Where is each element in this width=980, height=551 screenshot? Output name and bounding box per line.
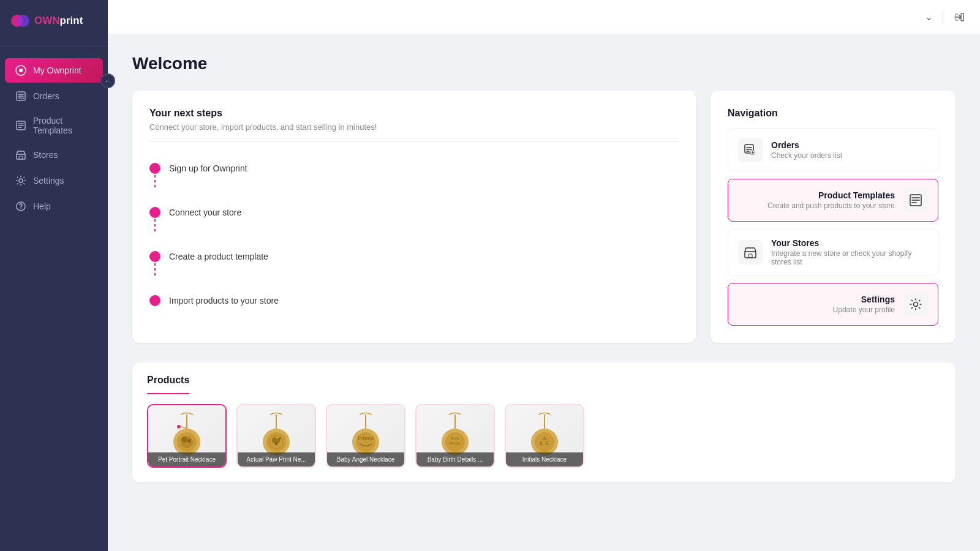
- product-name-4: Initials Necklace: [506, 452, 583, 467]
- orders-icon: [15, 90, 27, 102]
- svg-rect-33: [748, 254, 752, 258]
- product-templates-icon: [15, 119, 27, 132]
- sidebar-item-label: My Ownprint: [33, 66, 81, 75]
- nav-item-text: Settings Update your profile: [738, 294, 895, 314]
- sidebar-item-label: Orders: [33, 91, 59, 101]
- main-content: ⌄ Welcome Your next steps Connect your s…: [108, 0, 980, 551]
- svg-text:E: E: [546, 441, 549, 446]
- step-dot-wrap: [149, 295, 160, 306]
- nav-item-label: Product Templates: [738, 190, 895, 200]
- product-templates-nav-icon: [903, 188, 928, 212]
- nav-item-settings[interactable]: Settings Update your profile: [728, 283, 938, 326]
- svg-point-38: [181, 437, 187, 443]
- sidebar-item-my-ownprint[interactable]: My Ownprint: [5, 58, 103, 83]
- svg-point-19: [20, 208, 21, 209]
- sidebar-item-label: Help: [33, 201, 51, 211]
- logo-text: OWNprint: [34, 15, 83, 27]
- cards-row: Your next steps Connect your store, impo…: [132, 91, 956, 343]
- sidebar-item-label: Product Templates: [33, 116, 93, 135]
- sidebar: OWNprint ← My Ownprint: [0, 0, 108, 551]
- svg-point-45: [272, 437, 277, 443]
- page-title: Welcome: [132, 54, 956, 73]
- nav-item-orders[interactable]: Orders Check your orders list: [728, 129, 938, 171]
- svg-rect-20: [961, 13, 963, 21]
- nav-item-text: Your Stores Integrate a new store or che…: [771, 238, 928, 266]
- svg-text:K: K: [540, 441, 543, 446]
- nav-item-your-stores[interactable]: Your Stores Integrate a new store or che…: [728, 229, 938, 276]
- logout-icon[interactable]: [953, 11, 965, 23]
- topbar: ⌄: [108, 0, 980, 34]
- product-name-3: Baby Birth Details ...: [417, 452, 494, 467]
- nav-item-desc: Integrate a new store or check your shop…: [771, 249, 928, 266]
- svg-rect-32: [745, 252, 756, 258]
- sidebar-item-settings[interactable]: Settings: [5, 168, 103, 193]
- nav-item-product-templates[interactable]: Product Templates Create and push produc…: [728, 179, 938, 222]
- svg-point-1: [17, 15, 29, 27]
- step-item: Connect your store: [149, 198, 679, 242]
- product-name-1: Actual Paw Print Ne...: [238, 452, 315, 467]
- sidebar-item-orders[interactable]: Orders: [5, 84, 103, 108]
- product-name-0: Pet Portrait Necklace: [148, 452, 225, 467]
- step-label: Sign up for Ownprint: [169, 163, 247, 173]
- product-card-4[interactable]: A K E Initials Necklace: [505, 404, 584, 468]
- step-line: [154, 219, 156, 234]
- navigation-card-title: Navigation: [728, 108, 938, 119]
- step-label: Connect your store: [169, 207, 241, 217]
- product-card-2[interactable]: Emma Baby Angel Necklace: [326, 404, 405, 468]
- step-dot: [149, 295, 160, 306]
- svg-point-46: [276, 438, 280, 443]
- sidebar-item-product-templates[interactable]: Product Templates: [5, 110, 103, 141]
- step-dot-wrap: [149, 163, 160, 190]
- product-card-3[interactable]: Baby Details Baby Birth Details ...: [415, 404, 495, 468]
- next-steps-title: Your next steps: [149, 108, 679, 119]
- step-item: Create a product template: [149, 242, 679, 287]
- logo-icon: [10, 11, 29, 31]
- topbar-divider: [943, 11, 943, 23]
- nav-item-desc: Create and push products to your store: [738, 201, 895, 210]
- products-section: Products: [132, 362, 956, 482]
- nav-items: Orders Check your orders list Product Te…: [728, 129, 938, 326]
- svg-point-3: [19, 69, 23, 72]
- svg-rect-15: [17, 154, 25, 159]
- navigation-card: Navigation: [710, 91, 956, 343]
- svg-text:Details: Details: [450, 441, 461, 445]
- orders-nav-icon: [738, 138, 763, 162]
- sidebar-item-label: Stores: [33, 150, 58, 160]
- step-dot: [149, 251, 160, 262]
- svg-point-39: [187, 439, 191, 443]
- products-title: Products: [147, 375, 189, 394]
- svg-point-17: [19, 179, 23, 182]
- svg-point-49: [275, 443, 277, 445]
- page-content: Welcome Your next steps Connect your sto…: [108, 34, 980, 551]
- stores-nav-icon: [738, 240, 763, 264]
- stores-icon: [15, 149, 27, 161]
- step-label: Import products to your store: [169, 295, 279, 305]
- step-dot: [149, 207, 160, 218]
- sidebar-item-stores[interactable]: Stores: [5, 143, 103, 167]
- nav-item-desc: Check your orders list: [771, 151, 928, 160]
- step-dot-wrap: [149, 251, 160, 278]
- next-steps-card: Your next steps Connect your store, impo…: [132, 91, 696, 343]
- chevron-down-icon[interactable]: ⌄: [925, 11, 933, 23]
- step-label: Create a product template: [169, 251, 268, 261]
- sidebar-item-label: Settings: [33, 176, 64, 186]
- sidebar-nav: My Ownprint Orders: [0, 52, 108, 551]
- product-card-0[interactable]: Pet Portrait Necklace: [147, 404, 227, 468]
- steps-list: Sign up for Ownprint Connect your store: [149, 154, 679, 315]
- nav-item-label: Settings: [738, 294, 895, 304]
- svg-point-34: [914, 302, 918, 307]
- product-card-1[interactable]: Actual Paw Print Ne...: [236, 404, 316, 468]
- nav-item-label: Orders: [771, 140, 928, 150]
- settings-nav-icon: [903, 292, 928, 317]
- sidebar-item-help[interactable]: Help: [5, 194, 103, 219]
- next-steps-subtitle: Connect your store, import products, and…: [149, 122, 679, 142]
- svg-text:Baby: Baby: [451, 436, 460, 441]
- logo: OWNprint: [0, 0, 108, 42]
- sidebar-collapse-button[interactable]: ←: [100, 73, 115, 88]
- product-name-2: Baby Angel Necklace: [327, 452, 404, 467]
- step-line: [154, 263, 156, 278]
- nav-item-label: Your Stores: [771, 238, 928, 248]
- svg-text:Emma: Emma: [358, 435, 374, 441]
- svg-point-48: [279, 438, 281, 440]
- help-icon: [15, 200, 27, 212]
